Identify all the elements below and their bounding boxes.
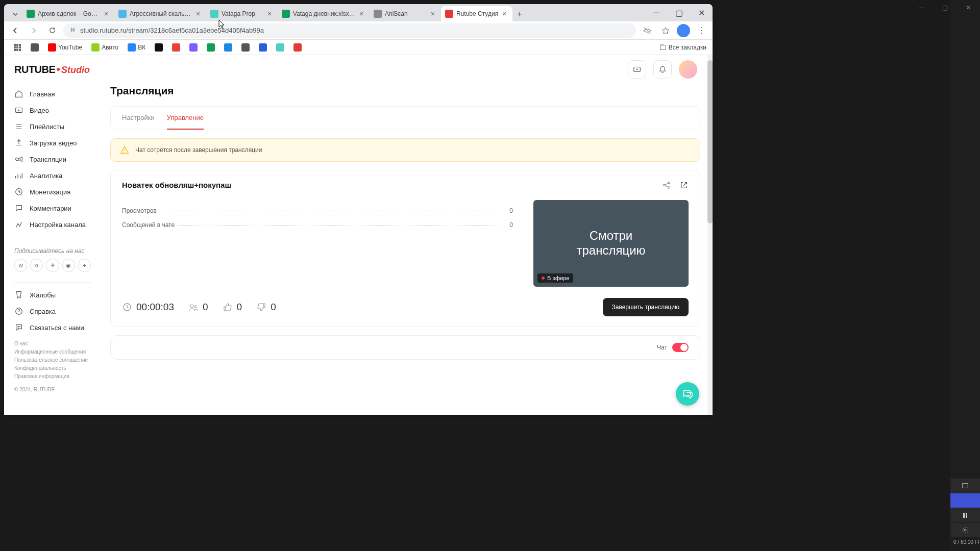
- all-bookmarks-button[interactable]: Все закладки: [659, 44, 706, 51]
- svg-rect-6: [14, 49, 16, 51]
- social-viber[interactable]: ◉: [62, 259, 75, 272]
- site-info-icon[interactable]: [69, 27, 76, 35]
- clock-icon: [122, 302, 132, 312]
- tab-settings[interactable]: Настройки: [122, 107, 155, 130]
- sidebar: ГлавнаяВидеоПлейлистыЗагрузка видеоТранс…: [4, 55, 101, 415]
- viewers-icon: [188, 302, 199, 312]
- tab-close-icon[interactable]: ×: [265, 10, 274, 18]
- notifications-button[interactable]: [653, 60, 672, 79]
- forward-button[interactable]: [27, 23, 41, 38]
- bookmark-0[interactable]: [28, 42, 42, 53]
- bookmark-3[interactable]: ВК: [125, 42, 149, 53]
- external-link-icon[interactable]: [679, 181, 689, 192]
- footer-link-2[interactable]: Пользовательское соглашение: [14, 356, 91, 364]
- sidebar-item-1[interactable]: Видео: [4, 102, 101, 118]
- tracking-icon[interactable]: [640, 23, 654, 38]
- maximize-button[interactable]: ▢: [668, 4, 690, 21]
- sidebar-item-8[interactable]: Настройка канала: [4, 216, 101, 233]
- sidebar-item-6[interactable]: Монетизация: [4, 184, 101, 200]
- tab-manage[interactable]: Управление: [167, 107, 204, 130]
- browser-tab-1[interactable]: Агрессивный скальпинг — Ян... ×: [114, 6, 206, 21]
- bookmark-icon: [241, 43, 250, 52]
- browser-tab-4[interactable]: AniScan ×: [370, 6, 441, 21]
- sidebar-bottom-0[interactable]: Жалобы: [4, 287, 101, 303]
- close-window-button[interactable]: ✕: [690, 4, 713, 21]
- sidebar-bottom-1[interactable]: Справка: [4, 303, 101, 319]
- browser-menu-icon[interactable]: ⋮: [694, 23, 708, 38]
- page-content: RUTUBE•Studio ГлавнаяВидеоПлейлистыЗагру…: [4, 55, 713, 415]
- sidebar-bottom-2[interactable]: Связаться с нами: [4, 319, 101, 336]
- stream-preview[interactable]: Смотри трансляцию В эфире: [533, 200, 689, 287]
- logo[interactable]: RUTUBE•Studio: [14, 63, 90, 76]
- social-telegram[interactable]: ✈: [46, 259, 59, 272]
- url-field[interactable]: studio.rutube.ru/stream/3218c6aef5ca01a3…: [63, 23, 636, 38]
- obs-panel-button-1[interactable]: [950, 479, 980, 493]
- footer-link-4[interactable]: Правовая информация: [14, 372, 91, 381]
- sidebar-item-7[interactable]: Комментарии: [4, 200, 101, 216]
- reload-button[interactable]: [45, 23, 59, 38]
- browser-tab-3[interactable]: Vataga дневник.xlsx - Google ×: [278, 6, 370, 21]
- footer-link-0[interactable]: О нас: [14, 340, 91, 348]
- tab-close-icon[interactable]: ×: [500, 10, 508, 18]
- scrollbar[interactable]: [707, 55, 713, 415]
- svg-rect-1: [16, 44, 18, 46]
- share-icon[interactable]: [662, 181, 671, 192]
- metric-dislikes: 0: [256, 302, 276, 313]
- footer-link-3[interactable]: Конфиденциальность: [14, 364, 91, 372]
- social-vk[interactable]: w: [14, 259, 27, 272]
- profile-avatar[interactable]: [677, 24, 690, 37]
- svg-rect-4: [16, 46, 18, 48]
- live-badge: В эфире: [537, 273, 573, 283]
- svg-rect-3: [14, 46, 16, 48]
- bookmark-11[interactable]: [273, 42, 287, 53]
- apps-button[interactable]: [10, 42, 24, 53]
- bookmark-6[interactable]: [186, 42, 201, 53]
- browser-tab-0[interactable]: Архив сделок – Google Диск ×: [22, 6, 114, 21]
- sidebar-item-0[interactable]: Главная: [4, 86, 101, 102]
- outer-minimize[interactable]: ─: [910, 0, 933, 15]
- outer-close[interactable]: ✕: [957, 0, 980, 15]
- browser-tab-2[interactable]: Vataga Prop ×: [206, 6, 278, 21]
- bookmark-2[interactable]: Авито: [88, 42, 121, 53]
- bookmark-5[interactable]: [169, 42, 183, 53]
- end-stream-button[interactable]: Завершить трансляцию: [603, 298, 689, 316]
- bookmark-7[interactable]: [204, 42, 218, 53]
- bookmark-icon: [155, 43, 163, 52]
- sidebar-item-4[interactable]: Трансляции: [4, 151, 101, 167]
- minimize-button[interactable]: ─: [645, 4, 668, 21]
- bookmark-8[interactable]: [221, 42, 235, 53]
- obs-pause-button[interactable]: [950, 508, 980, 522]
- tab-close-icon[interactable]: ×: [357, 10, 365, 18]
- support-chat-button[interactable]: [676, 382, 699, 406]
- bookmark-9[interactable]: [238, 42, 253, 53]
- bookmark-star-icon[interactable]: [658, 23, 673, 38]
- chat-toggle[interactable]: [672, 343, 689, 352]
- user-avatar[interactable]: [679, 60, 697, 79]
- tab-menu-button[interactable]: [8, 7, 22, 21]
- svg-point-19: [194, 306, 197, 308]
- new-tab-button[interactable]: +: [512, 7, 527, 21]
- sidebar-item-5[interactable]: Аналитика: [4, 167, 101, 184]
- footer-link-1[interactable]: Информационные сообщения: [14, 348, 91, 356]
- obs-settings-button[interactable]: [950, 523, 980, 537]
- upload-button[interactable]: [628, 60, 646, 79]
- dislike-icon: [256, 302, 266, 312]
- social-ok[interactable]: o: [30, 259, 43, 272]
- bookmark-icon: [172, 43, 180, 52]
- browser-tab-5[interactable]: Rutube Студия ×: [441, 6, 512, 21]
- tab-close-icon[interactable]: ×: [194, 10, 202, 18]
- social-more[interactable]: +: [78, 259, 91, 272]
- svg-point-23: [964, 529, 966, 531]
- back-button[interactable]: [8, 23, 22, 38]
- sidebar-item-2[interactable]: Плейлисты: [4, 118, 101, 135]
- tab-close-icon[interactable]: ×: [102, 10, 110, 18]
- bookmark-1[interactable]: YouTube: [45, 42, 85, 53]
- outer-maximize[interactable]: ▢: [933, 0, 957, 15]
- obs-panel-button-2[interactable]: [950, 493, 980, 508]
- tab-close-icon[interactable]: ×: [429, 10, 437, 18]
- bookmark-12[interactable]: [290, 42, 305, 53]
- bookmark-10[interactable]: [256, 42, 270, 53]
- copyright: © 2024, RUTUBE: [4, 385, 101, 394]
- bookmark-4[interactable]: [152, 42, 166, 53]
- sidebar-item-3[interactable]: Загрузка видео: [4, 135, 101, 151]
